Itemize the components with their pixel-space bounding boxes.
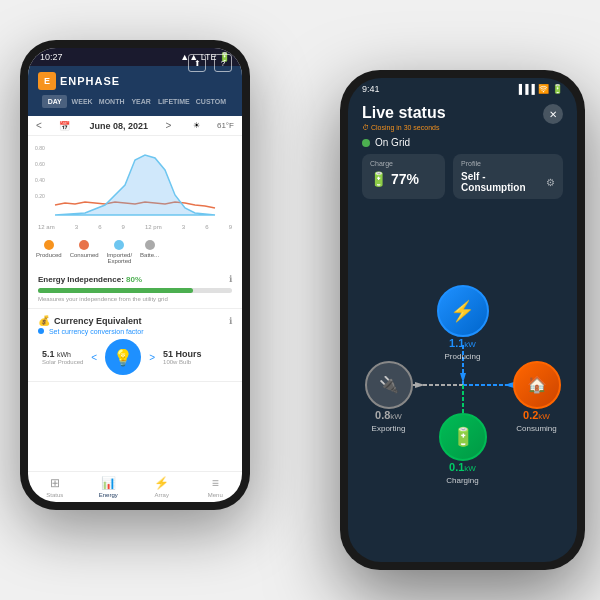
phone1-screen: 10:27 ▲▲ LTE 🔋 E ENPHASE ⬆ ? [28, 48, 242, 502]
bottom-nav: ⊞ Status 📊 Energy ⚡ Array ≡ Menu [28, 471, 242, 502]
tab-custom[interactable]: CUSTOM [194, 95, 228, 108]
chart-labels: 12 am36912 pm369 [34, 224, 236, 230]
consuming-value: 0.2kW [523, 409, 550, 421]
solar-stats: 5.1 kWh Solar Produced < 💡 > 51 Hours 10… [38, 339, 232, 375]
nav-menu[interactable]: ≡ Menu [189, 476, 243, 498]
legend-row: Produced Consumed Imported/Exported Batt… [28, 236, 242, 268]
closing-text: ⏱ Closing in 30 seconds [362, 124, 446, 131]
battery-circle: 🔋 [439, 413, 487, 461]
calendar-icon: 📅 [59, 121, 70, 131]
grid-circle: 🔌 [365, 361, 413, 409]
currency-section: 💰 Currency Equivalent ℹ Set currency con… [28, 309, 242, 382]
tab-year[interactable]: YEAR [128, 95, 153, 108]
solar-chevron-left[interactable]: < [91, 352, 97, 363]
live-header: Live status ⏱ Closing in 30 seconds ✕ [348, 96, 577, 135]
chart-area: 0.80 0.60 0.40 0.20 12 am36912 pm369 [28, 136, 242, 236]
charge-label: Charge [370, 160, 437, 167]
svg-text:0.80: 0.80 [35, 145, 45, 151]
charge-value: 77% [391, 171, 419, 187]
solar-chevron-right[interactable]: > [149, 352, 155, 363]
scene: 10:27 ▲▲ LTE 🔋 E ENPHASE ⬆ ? [10, 10, 590, 590]
energy-independence-section: Energy Independence: 80% ℹ Measures your… [28, 268, 242, 309]
ei-sublabel: Measures your independence from the util… [38, 296, 232, 302]
charge-profile-row: Charge 🔋 77% Profile Self - Consumption … [348, 154, 577, 207]
battery-node: 🔋 0.1kW Charging [439, 413, 487, 485]
svg-marker-8 [460, 373, 466, 383]
producing-label: Producing [444, 352, 480, 361]
profile-content: Self - Consumption ⚙ [461, 171, 555, 193]
nav-energy[interactable]: 📊 Energy [82, 476, 136, 498]
consuming-circle: 🏠 [513, 361, 561, 409]
currency-link[interactable]: Set currency conversion factor [38, 328, 232, 335]
weather-icon: ☀ [193, 121, 200, 130]
status-icons: ▐▐▐ 🛜 🔋 [516, 84, 563, 94]
settings-gear-icon[interactable]: ⚙ [546, 177, 555, 188]
tab-month[interactable]: MONTH [97, 95, 127, 108]
solar-produced-stat: 5.1 kWh Solar Produced [42, 349, 83, 365]
solar-hours-stat: 51 Hours 100w Bulb [163, 349, 202, 365]
hours-label: 100w Bulb [163, 359, 202, 365]
phone1-time: 10:27 [40, 52, 63, 62]
help-icon[interactable]: ? [214, 54, 232, 72]
currency-header: 💰 Currency Equivalent ℹ [38, 315, 232, 326]
solar-kwh-value: 5.1 kWh [42, 349, 83, 359]
flow-container: ⚡ 1.1kW Producing 🔌 0.8kW [363, 285, 563, 485]
producing-value: 1.1kW [449, 337, 476, 349]
producing-circle: ⚡ [437, 285, 489, 337]
profile-label: Profile [461, 160, 555, 167]
legend-produced: Produced [36, 240, 62, 264]
flow-diagram: ⚡ 1.1kW Producing 🔌 0.8kW [348, 207, 577, 562]
timer-icon: ⏱ [362, 124, 369, 131]
battery-status-icon: 🔋 [552, 84, 563, 94]
menu-nav-icon: ≡ [212, 476, 219, 490]
signal-bars-icon: ▐▐▐ [516, 84, 535, 94]
tab-lifetime[interactable]: LIFETIME [156, 95, 192, 108]
ei-info-icon[interactable]: ℹ [229, 274, 232, 284]
nav-status[interactable]: ⊞ Status [28, 476, 82, 498]
ei-progress-bar-bg [38, 288, 232, 293]
phone2-screen: 9:41 ▐▐▐ 🛜 🔋 Live status ⏱ Closing in 30… [348, 78, 577, 562]
close-button[interactable]: ✕ [543, 104, 563, 124]
currency-icon: 💰 [38, 315, 50, 326]
array-nav-icon: ⚡ [154, 476, 169, 490]
charging-label: Charging [446, 476, 478, 485]
enphase-logo: E ENPHASE [38, 72, 120, 90]
energy-chart: 0.80 0.60 0.40 0.20 [34, 140, 236, 220]
currency-dot [38, 328, 44, 334]
phone1-header: E ENPHASE ⬆ ? DAY WEEK MONTH YEAR LIFETI… [28, 66, 242, 116]
svg-text:0.60: 0.60 [35, 161, 45, 167]
solar-produced-label: Solar Produced [42, 359, 83, 365]
nav-menu-label: Menu [208, 492, 223, 498]
currency-info-icon[interactable]: ℹ [229, 316, 232, 326]
ei-header: Energy Independence: 80% ℹ [38, 274, 232, 284]
charge-content: 🔋 77% [370, 171, 437, 187]
next-date-btn[interactable]: > [165, 120, 171, 131]
nav-energy-label: Energy [99, 492, 118, 498]
currency-title: Currency Equivalent [54, 316, 142, 326]
nav-tabs: DAY WEEK MONTH YEAR LIFETIME CUSTOM [38, 95, 232, 112]
date-bar: < 📅 June 08, 2021 > ☀ 61°F [28, 116, 242, 136]
charge-box: Charge 🔋 77% [362, 154, 445, 199]
profile-value: Self - Consumption [461, 171, 546, 193]
nav-array-label: Array [155, 492, 169, 498]
battery-icon: 🔋 [370, 171, 387, 187]
tab-day[interactable]: DAY [42, 95, 67, 108]
phone2: 9:41 ▐▐▐ 🛜 🔋 Live status ⏱ Closing in 30… [340, 70, 585, 570]
tab-week[interactable]: WEEK [69, 95, 94, 108]
phone2-status-bar: 9:41 ▐▐▐ 🛜 🔋 [348, 78, 577, 96]
currency-link-text: Set currency conversion factor [49, 328, 144, 335]
wifi-icon: 🛜 [538, 84, 549, 94]
enphase-logo-text: ENPHASE [60, 75, 120, 87]
exporting-value: 0.8kW [375, 409, 402, 421]
on-grid-row: On Grid [348, 135, 577, 154]
share-icon[interactable]: ⬆ [188, 54, 206, 72]
legend-battery: Batte... [140, 240, 159, 264]
phone2-time: 9:41 [362, 84, 380, 94]
legend-consumed: Consumed [70, 240, 99, 264]
nav-array[interactable]: ⚡ Array [135, 476, 189, 498]
header-icons: ⬆ ? [188, 54, 232, 72]
svg-marker-9 [415, 382, 425, 388]
consuming-label: Consuming [516, 424, 556, 433]
prev-date-btn[interactable]: < [36, 120, 42, 131]
live-title-group: Live status ⏱ Closing in 30 seconds [362, 104, 446, 131]
